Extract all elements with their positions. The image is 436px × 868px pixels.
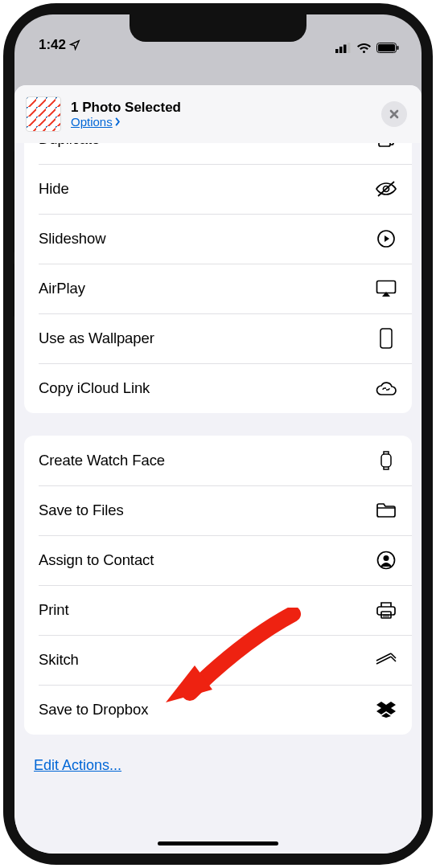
phone-icon: [375, 327, 397, 350]
dropbox-icon: [375, 698, 397, 721]
print-icon: [375, 599, 397, 621]
cloud-link-icon: [375, 377, 397, 399]
folder-icon: [375, 499, 397, 522]
action-print[interactable]: Print: [24, 585, 412, 635]
action-save-files[interactable]: Save to Files: [24, 485, 412, 535]
options-label: Options: [71, 115, 113, 129]
share-sheet: 1 Photo Selected Options Duplicate: [14, 85, 422, 854]
action-icloud-link[interactable]: Copy iCloud Link: [24, 363, 412, 413]
sheet-title: 1 Photo Selected: [71, 100, 181, 116]
wifi-icon: [356, 42, 372, 53]
status-time: 1:42: [39, 37, 66, 53]
location-icon: [69, 39, 80, 51]
action-label: AirPlay: [39, 280, 85, 297]
edit-actions-link[interactable]: Edit Actions...: [14, 757, 422, 806]
action-hide[interactable]: Hide: [24, 164, 412, 214]
contact-icon: [375, 549, 397, 571]
action-group-1: Duplicate Hide Slideshow: [24, 143, 412, 413]
action-assign-contact[interactable]: Assign to Contact: [24, 535, 412, 585]
svg-rect-1: [339, 47, 343, 53]
action-label: Save to Files: [39, 502, 124, 519]
action-label: Copy iCloud Link: [39, 379, 150, 397]
chevron-right-icon: [114, 117, 121, 126]
photo-thumbnail[interactable]: [26, 96, 61, 132]
svg-rect-15: [377, 607, 395, 615]
play-icon: [375, 227, 397, 250]
action-dropbox[interactable]: Save to Dropbox: [24, 685, 412, 735]
svg-rect-11: [380, 329, 392, 348]
action-label: Assign to Contact: [39, 551, 154, 569]
sheet-header: 1 Photo Selected Options: [14, 85, 422, 143]
action-group-2: Create Watch Face Save to Files Assign t…: [24, 436, 412, 735]
action-label: Slideshow: [39, 230, 105, 248]
airplay-icon: [375, 277, 397, 300]
action-airplay[interactable]: AirPlay: [24, 264, 412, 313]
svg-rect-0: [335, 49, 339, 53]
svg-rect-12: [381, 454, 391, 467]
svg-point-14: [384, 555, 389, 561]
action-skitch[interactable]: Skitch: [24, 635, 412, 685]
svg-rect-2: [343, 44, 347, 53]
action-duplicate[interactable]: Duplicate: [24, 143, 412, 164]
action-slideshow[interactable]: Slideshow: [24, 214, 412, 264]
action-watch-face[interactable]: Create Watch Face: [24, 436, 412, 485]
home-indicator[interactable]: [158, 841, 278, 845]
svg-rect-7: [379, 143, 390, 146]
action-label: Duplicate: [39, 143, 100, 148]
svg-rect-6: [397, 46, 399, 50]
svg-rect-3: [348, 43, 351, 53]
status-icons: [335, 42, 399, 53]
skitch-icon: [375, 649, 397, 671]
svg-rect-5: [378, 44, 395, 51]
options-link[interactable]: Options: [71, 115, 181, 129]
action-label: Use as Wallpaper: [39, 330, 154, 347]
action-label: Create Watch Face: [39, 452, 165, 469]
action-label: Print: [39, 601, 69, 619]
close-icon: [389, 108, 400, 120]
watch-icon: [375, 449, 397, 472]
cellular-icon: [335, 43, 352, 53]
svg-rect-10: [377, 281, 396, 293]
action-wallpaper[interactable]: Use as Wallpaper: [24, 313, 412, 363]
duplicate-icon: [375, 143, 397, 150]
hide-icon: [375, 178, 397, 200]
action-label: Save to Dropbox: [39, 701, 148, 719]
battery-icon: [376, 43, 399, 53]
action-label: Hide: [39, 180, 69, 198]
close-button[interactable]: [381, 101, 407, 127]
action-label: Skitch: [39, 651, 79, 669]
